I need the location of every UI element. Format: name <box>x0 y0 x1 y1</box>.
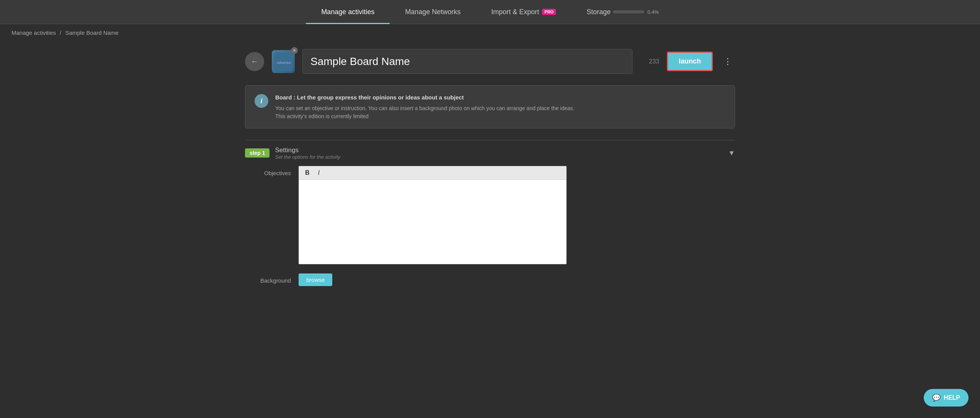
nav-item-storage[interactable]: Storage 0.4% <box>571 0 674 24</box>
help-label: HELP <box>944 394 960 401</box>
back-icon: ← <box>251 57 258 66</box>
nav-label-manage-activities: Manage activities <box>321 8 374 16</box>
step1-subtitle: Set the options for the activity <box>275 154 340 160</box>
nav-item-import-export[interactable]: Import & Export PRO <box>476 0 571 24</box>
board-count: 233 <box>644 58 659 65</box>
nav-label-import-export: Import & Export <box>491 8 539 16</box>
step1-title: Settings <box>275 146 340 154</box>
info-icon: i <box>255 94 268 108</box>
breadcrumb-root[interactable]: Manage activities <box>11 29 56 36</box>
close-thumbnail-button[interactable]: × <box>291 47 298 54</box>
info-text: Board : Let the group express their opin… <box>275 93 575 120</box>
breadcrumb-current: Sample Board Name <box>65 29 118 36</box>
board-header: ← the adventurers × 233 launch ⋮ <box>245 49 735 74</box>
step1-title-group: Settings Set the options for the activit… <box>275 146 340 160</box>
pro-badge: PRO <box>542 9 556 15</box>
nav-items: Manage activities Manage Networks Import… <box>306 0 674 24</box>
background-row: Background browse <box>245 273 735 286</box>
top-navigation: Manage activities Manage Networks Import… <box>0 0 980 24</box>
storage-percentage: 0.4% <box>647 9 659 15</box>
italic-button[interactable]: I <box>316 169 322 177</box>
objectives-editor: B I <box>299 166 567 264</box>
info-title: Board : Let the group express their opin… <box>275 93 575 102</box>
info-line-1: You can set an objective or instruction.… <box>275 104 575 112</box>
board-title-input[interactable] <box>302 49 632 74</box>
info-line-2: This activity's edition is currently lim… <box>275 112 575 120</box>
svg-text:the adventurers: the adventurers <box>276 61 291 65</box>
back-button[interactable]: ← <box>245 52 264 71</box>
main-content: ← the adventurers × 233 launch ⋮ i Board… <box>222 41 758 305</box>
browse-button[interactable]: browse <box>299 273 332 286</box>
board-thumb-inner: the adventurers <box>274 52 293 71</box>
chevron-down-icon: ▼ <box>728 149 735 157</box>
objectives-row: Objectives B I <box>245 166 735 264</box>
nav-item-manage-networks[interactable]: Manage Networks <box>390 0 476 24</box>
close-icon: × <box>293 48 296 53</box>
objectives-editor-body[interactable] <box>299 180 566 264</box>
storage-bar-container: 0.4% <box>614 9 659 15</box>
breadcrumb: Manage activities / Sample Board Name <box>0 24 980 41</box>
launch-button[interactable]: launch <box>667 52 713 71</box>
more-options-button[interactable]: ⋮ <box>720 54 735 70</box>
chat-icon: 💬 <box>932 394 941 402</box>
help-button[interactable]: 💬 HELP <box>924 389 969 407</box>
step1-header-left: step 1 Settings Set the options for the … <box>245 146 340 160</box>
step1-section: step 1 Settings Set the options for the … <box>245 140 735 286</box>
storage-bar <box>614 10 644 13</box>
breadcrumb-separator: / <box>60 29 61 36</box>
board-thumbnail: the adventurers <box>272 50 295 73</box>
nav-label-manage-networks: Manage Networks <box>405 8 461 16</box>
board-thumbnail-container: the adventurers × <box>272 50 295 73</box>
nav-label-storage: Storage <box>586 8 611 16</box>
bold-button[interactable]: B <box>303 169 312 177</box>
step1-header[interactable]: step 1 Settings Set the options for the … <box>245 146 735 166</box>
step1-badge: step 1 <box>245 148 270 158</box>
objectives-label: Objectives <box>245 166 291 176</box>
info-box: i Board : Let the group express their op… <box>245 85 735 128</box>
editor-toolbar: B I <box>299 166 566 180</box>
background-label: Background <box>245 273 291 284</box>
nav-item-manage-activities[interactable]: Manage activities <box>306 0 390 24</box>
